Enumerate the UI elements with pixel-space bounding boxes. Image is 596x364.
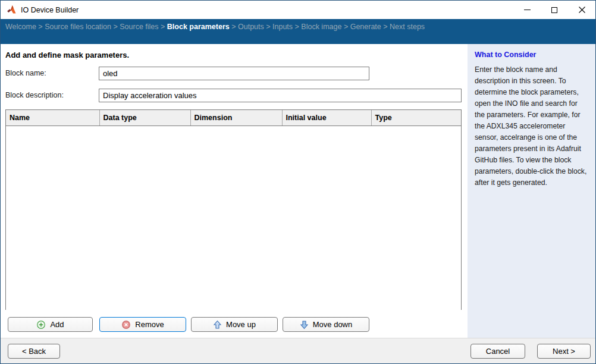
move-down-button-label: Move down	[313, 320, 352, 329]
breadcrumb-separator: >	[264, 23, 272, 31]
remove-button[interactable]: Remove	[99, 317, 186, 332]
move-up-button-label: Move up	[226, 320, 256, 329]
minimize-icon	[524, 10, 531, 10]
close-button[interactable]	[568, 1, 595, 19]
block-description-label: Block description:	[5, 91, 64, 99]
arrow-up-icon	[213, 320, 222, 330]
breadcrumb-separator: >	[230, 23, 238, 31]
block-name-label: Block name:	[5, 69, 46, 77]
breadcrumb-step: Outputs	[238, 23, 264, 31]
maximize-button[interactable]	[541, 1, 568, 19]
breadcrumb-step: Source files location	[45, 23, 111, 31]
breadcrumb-separator: >	[381, 23, 390, 31]
help-panel-text: Enter the block name and description in …	[475, 64, 589, 189]
table-body-empty	[6, 126, 461, 310]
io-device-builder-window: IO Device Builder Welcome > Source files…	[0, 0, 596, 364]
move-up-button[interactable]: Move up	[191, 317, 278, 332]
breadcrumb-separator: >	[293, 23, 301, 31]
arrow-down-icon	[300, 320, 309, 330]
minimize-button[interactable]	[513, 1, 541, 19]
block-description-input[interactable]	[99, 89, 462, 102]
breadcrumb-separator: >	[36, 23, 45, 31]
breadcrumb-step: Block parameters	[167, 23, 230, 31]
breadcrumb-step: Source files	[120, 23, 158, 31]
help-panel-heading: What to Consider	[475, 51, 589, 59]
remove-button-label: Remove	[135, 320, 164, 329]
table-header-row: NameData typeDimensionInitial valueType	[6, 110, 461, 125]
x-circle-icon	[121, 320, 131, 330]
breadcrumb-step: Inputs	[272, 23, 293, 31]
column-header: Initial value	[282, 110, 371, 125]
column-header: Dimension	[190, 110, 282, 125]
block-name-input[interactable]	[99, 67, 369, 80]
breadcrumb-step: Welcome	[5, 23, 36, 31]
window-title: IO Device Builder	[21, 6, 79, 14]
move-down-button[interactable]: Move down	[283, 317, 369, 332]
back-button[interactable]: < Back	[8, 344, 60, 359]
title-bar: IO Device Builder	[1, 1, 595, 19]
add-button[interactable]: Add	[8, 317, 93, 332]
breadcrumb: Welcome > Source files location > Source…	[1, 19, 595, 44]
help-panel: What to Consider Enter the block name an…	[468, 44, 595, 338]
footer-bar: < Back Cancel Next >	[1, 338, 595, 364]
column-header: Type	[371, 110, 461, 125]
page-title: Add and define mask parameters.	[5, 51, 129, 59]
breadcrumb-separator: >	[341, 23, 350, 31]
maximize-icon	[551, 7, 557, 13]
main-content: Add and define mask parameters. Block na…	[1, 44, 595, 338]
column-header: Name	[6, 110, 99, 125]
next-button[interactable]: Next >	[537, 344, 591, 359]
close-icon	[579, 7, 585, 13]
add-button-label: Add	[50, 320, 64, 329]
breadcrumb-separator: >	[111, 23, 120, 31]
plus-circle-icon	[36, 320, 46, 330]
cancel-button[interactable]: Cancel	[470, 344, 525, 359]
breadcrumb-separator: >	[159, 23, 167, 31]
breadcrumb-step: Generate	[350, 23, 381, 31]
window-controls	[513, 1, 595, 19]
breadcrumb-step: Next steps	[390, 23, 425, 31]
matlab-logo-icon	[7, 5, 17, 15]
parameters-table: NameData typeDimensionInitial valueType	[5, 109, 462, 310]
column-header: Data type	[99, 110, 190, 125]
breadcrumb-step: Block image	[301, 23, 341, 31]
